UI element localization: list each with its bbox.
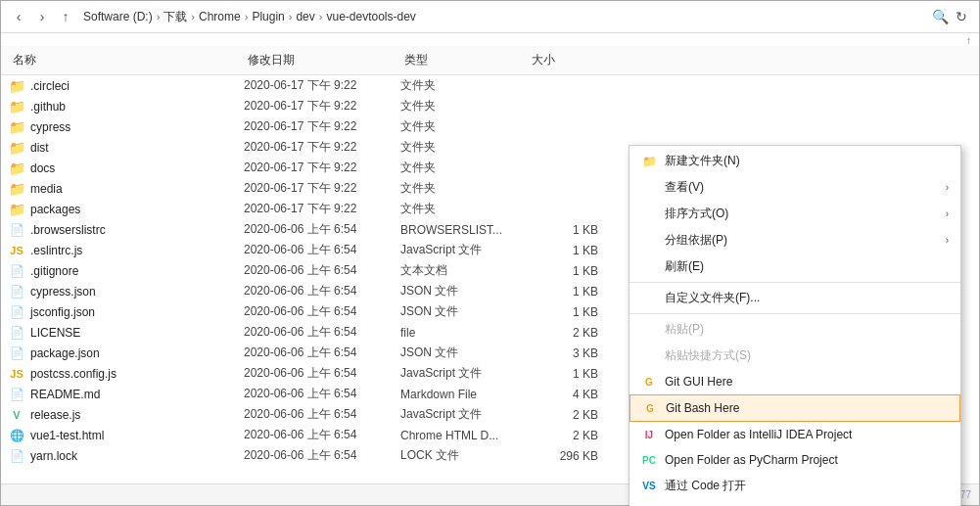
file-name: 📁 packages — [9, 202, 244, 217]
refresh-button[interactable]: ↻ — [952, 7, 971, 26]
ctx-item-pycharm[interactable]: PC Open Folder as PyCharm Project — [630, 447, 960, 473]
breadcrumb-download[interactable]: 下载 — [163, 9, 187, 25]
breadcrumb-dev[interactable]: dev — [296, 10, 314, 23]
file-name-text: LICENSE — [30, 326, 80, 340]
ctx-item-git-gui[interactable]: G Git GUI Here — [630, 369, 960, 394]
file-name-text: .gitignore — [30, 264, 78, 278]
ctx-separator — [630, 313, 960, 314]
ctx-item-git-bash[interactable]: G Git Bash Here — [630, 394, 960, 422]
file-date: 2020-06-17 下午 9:22 — [244, 98, 400, 115]
file-name-text: .github — [30, 100, 66, 114]
file-date: 2020-06-06 上午 6:54 — [244, 406, 400, 423]
table-row[interactable]: 📁 .github 2020-06-17 下午 9:22 文件夹 — [1, 96, 979, 116]
file-date: 2020-06-06 上午 6:54 — [244, 386, 400, 402]
ctx-label-group: 分组依据(P) — [665, 232, 938, 249]
file-type: file — [400, 326, 528, 340]
ctx-item-vscode[interactable]: VS 通过 Code 打开 — [630, 473, 960, 499]
ctx-icon-sort — [641, 207, 657, 222]
file-type: Chrome HTML D... — [400, 429, 528, 442]
ctx-icon-vscode: VS — [641, 479, 657, 494]
file-size: 296 KB — [528, 449, 606, 463]
file-name-text: docs — [30, 161, 55, 175]
ctx-label-intellij: Open Folder as IntelliJ IDEA Project — [665, 428, 949, 441]
file-size: 1 KB — [528, 244, 606, 257]
file-date: 2020-06-17 下午 9:22 — [244, 180, 400, 197]
file-name-text: packages — [30, 203, 80, 216]
file-type: JavaScript 文件 — [400, 406, 528, 423]
folder-icon: 📁 — [9, 99, 24, 115]
ctx-item-group[interactable]: 分组依据(P) › — [630, 227, 960, 253]
file-icon: 📄 — [9, 222, 24, 238]
ctx-item-intellij[interactable]: IJ Open Folder as IntelliJ IDEA Project — [630, 422, 960, 447]
file-name: 📁 docs — [9, 161, 244, 176]
ctx-icon-intellij: IJ — [641, 427, 657, 442]
folder-icon: 📁 — [9, 140, 24, 156]
folder-icon: 📁 — [9, 202, 24, 217]
address-bar: ‹ › ↑ Software (D:) › 下载 › Chrome › Plug… — [1, 1, 979, 33]
file-date: 2020-06-17 下午 9:22 — [244, 77, 400, 94]
file-date: 2020-06-06 上午 6:54 — [244, 242, 400, 258]
file-type: JSON 文件 — [400, 303, 528, 320]
ctx-item-refresh[interactable]: 刷新(E) — [630, 253, 960, 280]
file-size: 1 KB — [528, 367, 606, 381]
file-size: 2 KB — [528, 326, 606, 340]
file-name: JS postcss.config.js — [9, 366, 244, 382]
ctx-label-paste: 粘贴(P) — [665, 321, 949, 338]
col-name[interactable]: 名称 — [9, 50, 244, 70]
file-date: 2020-06-06 上午 6:54 — [244, 303, 400, 320]
file-name-text: .browserslistrc — [30, 223, 106, 237]
file-name: 📄 LICENSE — [9, 325, 244, 341]
col-size[interactable]: 大小 — [528, 50, 606, 70]
folder-icon: 📁 — [9, 161, 24, 176]
ctx-item-webstorm[interactable]: WS Open Folder as WebStorm Project — [630, 499, 960, 506]
file-name: 📁 media — [9, 181, 244, 197]
ctx-icon-refresh — [641, 259, 657, 275]
file-icon: 📄 — [9, 304, 24, 320]
ctx-item-view[interactable]: 查看(V) › — [630, 174, 960, 201]
ctx-icon-git-bash: G — [642, 400, 658, 416]
ctx-arrow-group: › — [946, 235, 949, 246]
file-name: 📄 README.md — [9, 387, 244, 402]
search-button[interactable]: 🔍 — [930, 7, 950, 26]
file-date: 2020-06-17 下午 9:22 — [244, 160, 400, 176]
forward-button[interactable]: › — [32, 7, 52, 26]
file-date: 2020-06-06 上午 6:54 — [244, 324, 400, 341]
ctx-item-sort[interactable]: 排序方式(O) › — [630, 201, 960, 227]
file-type: BROWSERSLIST... — [400, 223, 528, 237]
ctx-label-vscode: 通过 Code 打开 — [665, 478, 949, 494]
ctx-label-new-folder: 新建文件夹(N) — [665, 153, 949, 169]
back-button[interactable]: ‹ — [9, 7, 28, 26]
breadcrumb-chrome[interactable]: Chrome — [199, 10, 241, 23]
explorer-window: ‹ › ↑ Software (D:) › 下载 › Chrome › Plug… — [0, 0, 980, 506]
breadcrumb-software[interactable]: Software (D:) — [83, 10, 153, 23]
ctx-item-customize[interactable]: 自定义文件夹(F)... — [630, 285, 960, 311]
ctx-label-view: 查看(V) — [665, 179, 938, 196]
ctx-item-paste: 粘贴(P) — [630, 316, 960, 343]
file-date: 2020-06-06 上午 6:54 — [244, 427, 400, 443]
breadcrumb-plugin[interactable]: Plugin — [252, 10, 284, 23]
file-name-text: media — [30, 182, 63, 196]
file-type: JavaScript 文件 — [400, 242, 528, 258]
js-icon: JS — [9, 243, 24, 258]
file-size: 1 KB — [528, 285, 606, 299]
file-size: 1 KB — [528, 305, 606, 319]
file-name-text: yarn.lock — [30, 449, 77, 463]
file-type: 文件夹 — [400, 160, 528, 176]
ctx-icon-paste — [641, 322, 657, 338]
col-date[interactable]: 修改日期 — [244, 50, 400, 70]
file-date: 2020-06-17 下午 9:22 — [244, 118, 400, 135]
file-size: 4 KB — [528, 388, 606, 401]
column-header: 名称 修改日期 类型 大小 — [1, 46, 979, 75]
table-row[interactable]: 📁 .circleci 2020-06-17 下午 9:22 文件夹 — [1, 75, 979, 96]
file-name-text: cypress.json — [30, 285, 96, 299]
file-type: 文件夹 — [400, 98, 528, 115]
file-size: 2 KB — [528, 429, 606, 442]
file-date: 2020-06-06 上午 6:54 — [244, 365, 400, 382]
ctx-separator — [630, 282, 960, 283]
folder-icon: 📁 — [9, 78, 24, 94]
file-date: 2020-06-06 上午 6:54 — [244, 345, 400, 361]
up-button[interactable]: ↑ — [56, 7, 75, 26]
ctx-item-new-folder[interactable]: 📁 新建文件夹(N) — [630, 148, 960, 174]
table-row[interactable]: 📁 cypress 2020-06-17 下午 9:22 文件夹 — [1, 116, 979, 137]
col-type[interactable]: 类型 — [400, 50, 528, 70]
